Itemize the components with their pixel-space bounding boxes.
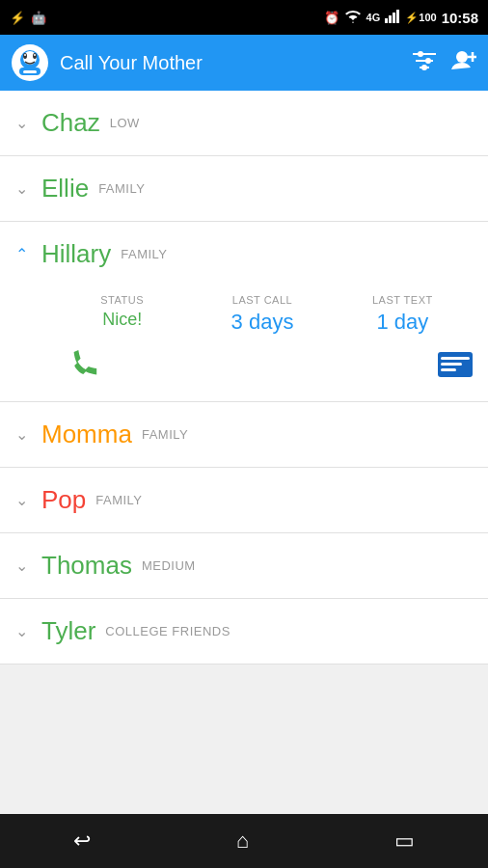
lte-icon: 4G [366, 12, 381, 23]
bottom-nav: ↩ ⌂ ▭ [0, 814, 488, 868]
lastcall-value: 3 days [192, 310, 332, 335]
svg-point-19 [456, 51, 468, 63]
svg-point-10 [34, 54, 36, 56]
battery-icon: ⚡100 [405, 12, 436, 24]
app-bar: Call Your Mother [0, 35, 488, 91]
contact-name-chaz: Chaz [41, 108, 100, 138]
contact-name-momma: Momma [41, 420, 132, 449]
contact-group-hillary: FAMILY [121, 247, 167, 261]
contact-item-ellie: ⌄ Ellie FAMILY [0, 156, 488, 222]
app-logo [12, 44, 48, 81]
alarm-icon: ⏰ [324, 11, 339, 25]
usb-icon: ⚡ [10, 11, 25, 25]
filter-icon[interactable] [413, 51, 436, 75]
wifi-icon [344, 10, 362, 26]
status-label: STATUS [52, 294, 192, 306]
contact-row-ellie[interactable]: ⌄ Ellie FAMILY [0, 156, 488, 221]
contact-group-pop: FAMILY [95, 493, 142, 507]
android-icon: 🤖 [31, 11, 46, 25]
svg-point-18 [421, 65, 427, 70]
contact-group-tyler: COLLEGE FRIENDS [105, 624, 230, 638]
hillary-expanded-detail: STATUS Nice! LAST CALL 3 days LAST TEXT … [0, 286, 488, 401]
contact-item-tyler: ⌄ Tyler COLLEGE FRIENDS [0, 599, 488, 665]
contact-name-pop: Pop [41, 485, 86, 515]
contact-name-ellie: Ellie [41, 174, 89, 203]
contact-group-chaz: LOW [110, 116, 140, 130]
app-title: Call Your Mother [60, 52, 413, 74]
contact-item-chaz: ⌄ Chaz LOW [0, 91, 488, 156]
lasttext-value: 1 day [333, 310, 473, 335]
add-contact-icon[interactable] [451, 48, 476, 77]
svg-point-16 [418, 51, 423, 57]
chevron-chaz: ⌄ [15, 114, 28, 132]
chevron-pop: ⌄ [15, 491, 28, 509]
hillary-lasttext: LAST TEXT 1 day [333, 294, 473, 335]
call-button-hillary[interactable] [68, 348, 98, 386]
contact-item-thomas: ⌄ Thomas MEDIUM [0, 533, 488, 599]
contact-group-thomas: MEDIUM [142, 558, 196, 573]
svg-rect-12 [23, 70, 37, 73]
contact-name-thomas: Thomas [41, 551, 132, 581]
svg-rect-25 [441, 368, 456, 371]
svg-rect-24 [441, 363, 462, 366]
lastcall-label: LAST CALL [192, 294, 332, 306]
contact-row-tyler[interactable]: ⌄ Tyler COLLEGE FRIENDS [0, 599, 488, 664]
signal-icon [385, 10, 400, 26]
chevron-thomas: ⌄ [15, 556, 28, 575]
chevron-tyler: ⌄ [15, 622, 28, 640]
hillary-status: STATUS Nice! [52, 294, 192, 335]
lasttext-label: LAST TEXT [333, 294, 473, 306]
contact-item-pop: ⌄ Pop FAMILY [0, 468, 488, 533]
recents-button[interactable]: ▭ [375, 819, 434, 863]
chevron-hillary: ⌃ [15, 245, 28, 263]
svg-point-17 [425, 58, 431, 64]
contact-group-momma: FAMILY [142, 427, 188, 442]
back-button[interactable]: ↩ [54, 819, 110, 863]
contact-list: ⌄ Chaz LOW ⌄ Ellie FAMILY ⌃ Hillary FAMI… [0, 91, 488, 814]
hillary-lastcall: LAST CALL 3 days [192, 294, 332, 335]
svg-rect-2 [393, 13, 395, 23]
text-button-hillary[interactable] [438, 352, 473, 383]
hillary-actions [52, 348, 473, 386]
contact-row-thomas[interactable]: ⌄ Thomas MEDIUM [0, 533, 488, 598]
contact-item-momma: ⌄ Momma FAMILY [0, 402, 488, 468]
status-bar-left-icons: ⚡ 🤖 [10, 11, 46, 25]
contact-row-hillary[interactable]: ⌃ Hillary FAMILY [0, 222, 488, 286]
status-bar: ⚡ 🤖 ⏰ 4G ⚡100 10:58 [0, 0, 488, 35]
chevron-ellie: ⌄ [15, 179, 28, 198]
contact-item-hillary: ⌃ Hillary FAMILY STATUS Nice! LAST CALL … [0, 222, 488, 402]
chevron-momma: ⌄ [15, 425, 28, 444]
svg-rect-3 [396, 10, 399, 23]
status-value: Nice! [52, 310, 192, 330]
contact-row-chaz[interactable]: ⌄ Chaz LOW [0, 91, 488, 155]
contact-name-hillary: Hillary [41, 239, 111, 269]
contact-row-momma[interactable]: ⌄ Momma FAMILY [0, 402, 488, 467]
contact-name-tyler: Tyler [41, 616, 95, 646]
svg-point-9 [24, 54, 26, 56]
app-bar-actions [413, 48, 476, 77]
contact-group-ellie: FAMILY [98, 181, 145, 196]
svg-rect-23 [441, 357, 470, 360]
svg-rect-1 [389, 15, 392, 23]
status-bar-right-icons: ⏰ 4G ⚡100 10:58 [324, 10, 478, 26]
home-button[interactable]: ⌂ [217, 819, 268, 863]
svg-rect-0 [385, 18, 388, 23]
time-display: 10:58 [442, 10, 478, 26]
contact-row-pop[interactable]: ⌄ Pop FAMILY [0, 468, 488, 532]
hillary-stats: STATUS Nice! LAST CALL 3 days LAST TEXT … [52, 294, 473, 335]
